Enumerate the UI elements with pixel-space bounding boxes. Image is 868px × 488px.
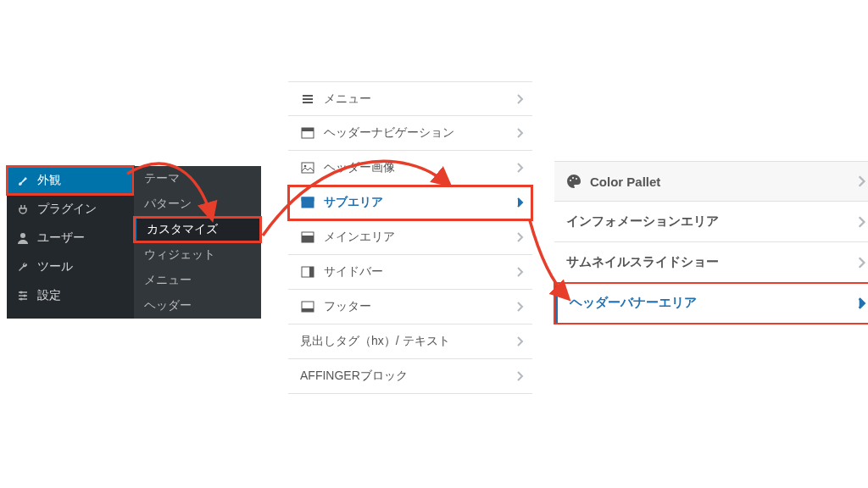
chevron-right-icon <box>515 197 524 208</box>
chevron-right-icon <box>515 127 524 139</box>
wp-sidebar-main: 外観 プラグイン ユーザー ツール 設定 <box>7 166 134 319</box>
wp-sidebar-submenu: テーマ パターン カスタマイズ ウィジェット メニュー ヘッダー <box>134 166 261 319</box>
sidebar-item-users[interactable]: ユーザー <box>7 224 134 252</box>
sliders-icon <box>15 288 31 303</box>
sidebar-item-plugins[interactable]: プラグイン <box>7 195 134 224</box>
customizer-item-mainarea[interactable]: メインエリア <box>288 220 532 255</box>
customizer-item-hx-text[interactable]: 見出しタグ（hx）/ テキスト <box>288 324 532 359</box>
submenu-item-themes[interactable]: テーマ <box>134 166 261 191</box>
svg-point-2 <box>24 295 26 297</box>
submenu-item-customize[interactable]: カスタマイズ <box>134 217 261 242</box>
item-label: サブエリア <box>324 195 383 210</box>
submenu-label: ヘッダー <box>144 298 192 313</box>
submenu-item-widgets[interactable]: ウィジェット <box>134 242 261 268</box>
item-label: ヘッダー画像 <box>324 160 395 175</box>
svg-point-0 <box>20 233 25 238</box>
chevron-right-icon <box>856 297 866 310</box>
svg-rect-13 <box>309 267 314 277</box>
submenu-item-patterns[interactable]: パターン <box>134 191 261 217</box>
svg-rect-6 <box>302 163 314 173</box>
chevron-right-icon <box>515 301 524 313</box>
svg-rect-15 <box>302 308 314 312</box>
svg-point-16 <box>570 180 571 181</box>
sidebar-item-label: プラグイン <box>37 202 97 217</box>
item-label: 見出しタグ（hx）/ テキスト <box>300 334 450 349</box>
layout-icon <box>300 125 315 141</box>
item-label: サムネイルスライドショー <box>566 254 719 270</box>
submenu-label: ウィジェット <box>144 247 215 263</box>
item-label: Color Pallet <box>590 175 660 189</box>
sidebar-item-label: 外観 <box>37 173 61 188</box>
customizer-panel: メニュー ヘッダーナビゲーション ヘッダー画像 サブエリア メインエリア サイド… <box>288 81 532 394</box>
item-label: サイドバー <box>324 264 383 280</box>
submenu-label: パターン <box>144 197 192 212</box>
customizer-item-menu[interactable]: メニュー <box>288 81 532 116</box>
chevron-right-icon <box>856 215 866 229</box>
chevron-right-icon <box>515 93 524 105</box>
svg-point-3 <box>20 298 23 301</box>
subarea-item-color-pallet[interactable]: Color Pallet <box>554 161 868 202</box>
layout-icon <box>300 195 315 210</box>
chevron-right-icon <box>515 266 524 278</box>
submenu-label: テーマ <box>144 171 180 186</box>
svg-point-1 <box>20 291 23 294</box>
item-label: インフォメーションエリア <box>566 214 719 230</box>
sidebar-item-appearance[interactable]: 外観 <box>7 166 134 195</box>
item-label: AFFINGERブロック <box>300 369 408 384</box>
customizer-item-sidebar[interactable]: サイドバー <box>288 255 532 290</box>
customizer-item-affinger[interactable]: AFFINGERブロック <box>288 359 532 394</box>
item-label: ヘッダーナビゲーション <box>324 125 454 141</box>
customizer-item-header-nav[interactable]: ヘッダーナビゲーション <box>288 116 532 151</box>
customizer-item-header-img[interactable]: ヘッダー画像 <box>288 151 532 186</box>
plug-icon <box>15 202 31 217</box>
subarea-panel: Color Pallet インフォメーションエリア サムネイルスライドショー ヘ… <box>554 161 868 324</box>
chevron-right-icon <box>515 231 524 243</box>
submenu-label: カスタマイズ <box>147 222 218 237</box>
chevron-right-icon <box>515 370 524 382</box>
subarea-item-info-area[interactable]: インフォメーションエリア <box>554 202 868 242</box>
submenu-item-menus[interactable]: メニュー <box>134 268 261 293</box>
svg-point-17 <box>572 177 574 179</box>
layout-icon <box>300 299 315 314</box>
sidebar-item-tools[interactable]: ツール <box>7 252 134 281</box>
subarea-item-header-banner[interactable]: ヘッダーバナーエリア <box>554 283 868 324</box>
sidebar-item-label: 設定 <box>37 288 61 303</box>
item-label: フッター <box>324 299 371 314</box>
brush-icon <box>15 173 31 188</box>
wp-admin-sidebar: 外観 プラグイン ユーザー ツール 設定 テーマ パターン カスタマイズ ウィジ… <box>7 166 261 319</box>
customizer-item-subarea[interactable]: サブエリア <box>288 186 532 220</box>
layout-icon <box>300 264 315 280</box>
chevron-right-icon <box>856 256 866 269</box>
subarea-item-thumb-slide[interactable]: サムネイルスライドショー <box>554 242 868 283</box>
svg-point-7 <box>304 165 307 168</box>
svg-rect-11 <box>302 236 314 242</box>
customizer-item-footer[interactable]: フッター <box>288 290 532 324</box>
chevron-right-icon <box>515 336 524 347</box>
picture-icon <box>300 160 315 175</box>
chevron-right-icon <box>856 175 866 188</box>
sidebar-item-label: ツール <box>37 259 73 274</box>
submenu-item-header[interactable]: ヘッダー <box>134 293 261 319</box>
item-label: ヘッダーバナーエリア <box>570 295 697 311</box>
item-label: メインエリア <box>324 230 395 245</box>
item-label: メニュー <box>324 92 371 107</box>
user-icon <box>15 230 31 246</box>
layout-icon <box>300 230 315 245</box>
svg-rect-5 <box>302 128 314 131</box>
submenu-label: メニュー <box>144 273 192 288</box>
sidebar-item-settings[interactable]: 設定 <box>7 281 134 310</box>
chevron-right-icon <box>515 162 524 174</box>
wrench-icon <box>15 259 31 274</box>
svg-rect-9 <box>302 197 314 201</box>
svg-point-18 <box>576 178 577 180</box>
sidebar-item-label: ユーザー <box>37 230 85 246</box>
palette-icon <box>566 174 581 189</box>
hamburger-icon <box>300 92 315 107</box>
